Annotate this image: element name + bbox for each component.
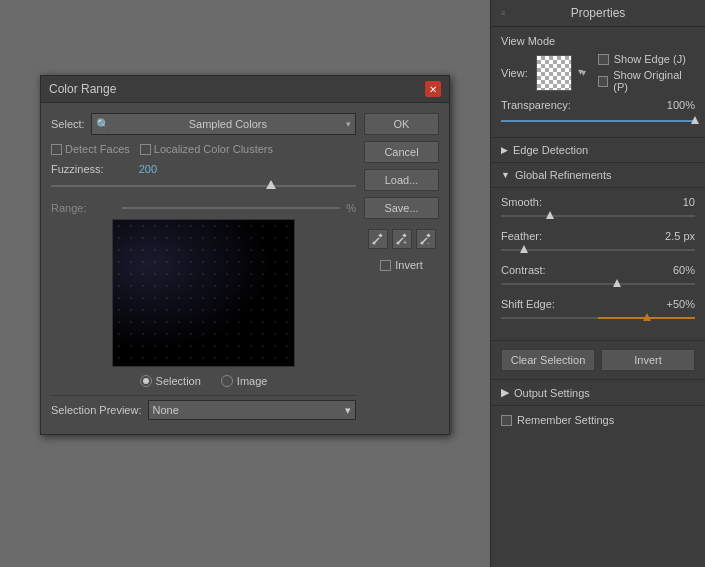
color-range-dialog: Color Range ✕ Select: 🔍 Sampled Colors ▾… — [40, 75, 450, 435]
view-label: View: — [501, 67, 528, 79]
save-button[interactable]: Save... — [364, 197, 439, 219]
show-edge-checkbox[interactable] — [598, 54, 609, 65]
edge-detection-header[interactable]: ▶ Edge Detection — [491, 138, 705, 163]
sel-preview-value: None — [153, 404, 179, 416]
radio-image-label: Image — [237, 375, 268, 387]
svg-rect-7 — [426, 233, 430, 237]
checkbox-row: Detect Faces Localized Color Clusters — [51, 143, 356, 155]
invert-panel-button[interactable]: Invert — [601, 349, 695, 371]
contrast-thumb[interactable] — [613, 279, 621, 287]
feather-slider[interactable] — [501, 244, 695, 256]
selection-preview-row: Selection Preview: None ▾ — [51, 395, 356, 424]
sel-preview-label: Selection Preview: — [51, 404, 142, 416]
smooth-track — [501, 215, 695, 217]
smooth-header: Smooth: 10 — [501, 196, 695, 208]
view-thumbnail[interactable] — [536, 55, 572, 91]
eyedropper-subtract-button[interactable]: - — [416, 229, 436, 249]
svg-rect-3 — [402, 233, 406, 237]
feather-value: 2.5 px — [665, 230, 695, 242]
select-row: Select: 🔍 Sampled Colors ▾ — [51, 113, 356, 135]
show-edge-option[interactable]: Show Edge (J) — [598, 53, 695, 65]
eyedropper-sample-button[interactable] — [368, 229, 388, 249]
ok-button[interactable]: OK — [364, 113, 439, 135]
properties-panel: ≡ Properties View Mode View: ▾ Show Edge… — [490, 0, 705, 567]
contrast-value: 60% — [673, 264, 695, 276]
radio-selection-label: Selection — [156, 375, 201, 387]
radio-image-item[interactable]: Image — [221, 375, 268, 387]
eyedropper-row: + - — [364, 229, 439, 249]
transparency-slider[interactable] — [501, 115, 695, 127]
range-row: Range: % — [51, 201, 356, 215]
edge-detection-label: Edge Detection — [513, 144, 588, 156]
smooth-slider[interactable] — [501, 210, 695, 222]
fuzziness-thumb[interactable] — [266, 180, 276, 189]
remember-settings-checkbox[interactable] — [501, 415, 512, 426]
panel-btn-row: Clear Selection Invert — [491, 341, 705, 380]
svg-rect-0 — [378, 233, 382, 237]
select-eyedropper-icon: 🔍 — [96, 118, 110, 131]
output-settings-arrow-icon: ▶ — [501, 386, 509, 399]
contrast-header: Contrast: 60% — [501, 264, 695, 276]
smooth-row: Smooth: 10 — [501, 196, 695, 222]
dialog-left-panel: Select: 🔍 Sampled Colors ▾ Detect Faces … — [51, 113, 356, 424]
fuzziness-slider[interactable] — [51, 179, 356, 193]
load-button[interactable]: Load... — [364, 169, 439, 191]
contrast-slider[interactable] — [501, 278, 695, 290]
edge-detection-arrow-icon: ▶ — [501, 145, 508, 155]
shift-edge-thumb[interactable] — [643, 313, 651, 321]
show-original-checkbox[interactable] — [598, 76, 609, 87]
fuzziness-label: Fuzziness: — [51, 163, 116, 175]
smooth-thumb[interactable] — [546, 211, 554, 219]
feather-thumb[interactable] — [520, 245, 528, 253]
radio-selection-item[interactable]: Selection — [140, 375, 201, 387]
output-settings-header[interactable]: ▶ Output Settings — [491, 380, 705, 406]
select-label: Select: — [51, 118, 85, 130]
radio-selection-btn[interactable] — [140, 375, 152, 387]
clear-selection-button[interactable]: Clear Selection — [501, 349, 595, 371]
remember-settings-row[interactable]: Remember Settings — [491, 406, 705, 434]
transparency-thumb[interactable] — [691, 116, 699, 124]
show-original-label: Show Original (P) — [613, 69, 695, 93]
localized-clusters-checkbox[interactable] — [140, 144, 151, 155]
shift-edge-value: +50% — [667, 298, 695, 310]
transparency-value: 100% — [667, 99, 695, 111]
invert-row[interactable]: Invert — [364, 259, 439, 271]
eyedropper-add-button[interactable]: + — [392, 229, 412, 249]
cancel-button[interactable]: Cancel — [364, 141, 439, 163]
view-options: Show Edge (J) Show Original (P) — [598, 53, 695, 93]
invert-checkbox[interactable] — [380, 260, 391, 271]
dialog-titlebar: Color Range ✕ — [41, 76, 449, 103]
detect-faces-checkbox[interactable] — [51, 144, 62, 155]
view-mode-section: View Mode View: ▾ Show Edge (J) Show Ori… — [491, 27, 705, 138]
feather-row: Feather: 2.5 px — [501, 230, 695, 256]
feather-track — [501, 249, 695, 251]
output-settings-label: Output Settings — [514, 387, 590, 399]
fuzziness-row: Fuzziness: 200 — [51, 163, 356, 175]
panel-title: Properties — [571, 6, 626, 20]
transparency-fill — [501, 120, 695, 122]
shift-edge-track — [501, 317, 695, 319]
shift-edge-slider[interactable] — [501, 312, 695, 324]
localized-clusters-checkbox-item[interactable]: Localized Color Clusters — [140, 143, 273, 155]
svg-point-9 — [420, 242, 423, 245]
global-refinements-header[interactable]: ▼ Global Refinements — [491, 163, 705, 188]
view-mode-title: View Mode — [501, 35, 695, 47]
preview-canvas-inner — [113, 220, 294, 366]
show-original-option[interactable]: Show Original (P) — [598, 69, 695, 93]
range-track — [122, 207, 340, 209]
range-slider[interactable] — [122, 201, 340, 215]
preview-stars — [113, 220, 294, 366]
global-refinements-body: Smooth: 10 Feather: 2.5 px Contrast: — [491, 188, 705, 341]
localized-clusters-label: Localized Color Clusters — [154, 143, 273, 155]
radio-row: Selection Image — [51, 375, 356, 387]
detect-faces-checkbox-item[interactable]: Detect Faces — [51, 143, 130, 155]
shift-edge-header: Shift Edge: +50% — [501, 298, 695, 310]
feather-header: Feather: 2.5 px — [501, 230, 695, 242]
sel-preview-dropdown[interactable]: None ▾ — [148, 400, 357, 420]
view-dropdown-icon: ▾ — [581, 67, 586, 78]
panel-grip-icon: ≡ — [501, 9, 509, 18]
radio-image-btn[interactable] — [221, 375, 233, 387]
dialog-close-button[interactable]: ✕ — [425, 81, 441, 97]
select-dropdown[interactable]: 🔍 Sampled Colors ▾ — [91, 113, 356, 135]
svg-text:-: - — [427, 238, 430, 245]
